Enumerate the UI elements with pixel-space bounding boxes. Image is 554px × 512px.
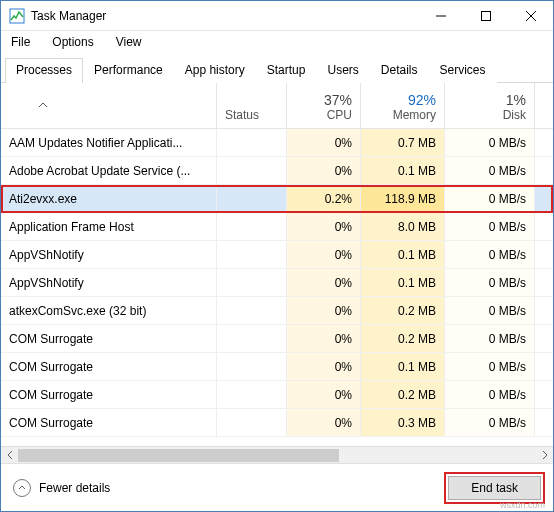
process-status [217, 409, 287, 436]
header-memory-pct: 92% [408, 92, 436, 108]
header-cpu-label: CPU [327, 108, 352, 122]
process-cpu: 0% [287, 157, 361, 184]
tab-startup[interactable]: Startup [256, 58, 317, 83]
process-cpu: 0% [287, 269, 361, 296]
header-disk-pct: 1% [506, 92, 526, 108]
process-status [217, 213, 287, 240]
scroll-thumb[interactable] [18, 449, 339, 462]
process-row[interactable]: Ati2evxx.exe0.2%118.9 MB0 MB/s [1, 185, 553, 213]
minimize-button[interactable] [418, 1, 463, 30]
header-disk[interactable]: 1% Disk [445, 83, 535, 128]
chevron-up-circle-icon [13, 479, 31, 497]
process-memory: 0.1 MB [361, 241, 445, 268]
tab-strip: ProcessesPerformanceApp historyStartupUs… [1, 53, 553, 83]
process-cpu: 0% [287, 353, 361, 380]
process-disk: 0 MB/s [445, 269, 535, 296]
end-task-button[interactable]: End task [448, 476, 541, 500]
process-cpu: 0% [287, 325, 361, 352]
close-button[interactable] [508, 1, 553, 30]
process-row[interactable]: COM Surrogate0%0.3 MB0 MB/s [1, 409, 553, 437]
maximize-button[interactable] [463, 1, 508, 30]
process-disk: 0 MB/s [445, 409, 535, 436]
tab-processes[interactable]: Processes [5, 58, 83, 83]
process-row[interactable]: atkexComSvc.exe (32 bit)0%0.2 MB0 MB/s [1, 297, 553, 325]
footer: Fewer details End task [1, 463, 553, 511]
scroll-left-button[interactable] [1, 447, 18, 464]
tab-performance[interactable]: Performance [83, 58, 174, 83]
tab-details[interactable]: Details [370, 58, 429, 83]
process-disk: 0 MB/s [445, 185, 535, 212]
process-status [217, 353, 287, 380]
process-row[interactable]: COM Surrogate0%0.1 MB0 MB/s [1, 353, 553, 381]
tab-services[interactable]: Services [429, 58, 497, 83]
process-cpu: 0% [287, 297, 361, 324]
process-name: AppVShNotify [1, 241, 217, 268]
process-status [217, 185, 287, 212]
process-disk: 0 MB/s [445, 353, 535, 380]
svg-rect-2 [481, 11, 490, 20]
process-memory: 8.0 MB [361, 213, 445, 240]
process-name: COM Surrogate [1, 409, 217, 436]
header-status[interactable]: Status [217, 83, 287, 128]
scroll-right-button[interactable] [536, 447, 553, 464]
process-name: COM Surrogate [1, 381, 217, 408]
process-status [217, 381, 287, 408]
process-status [217, 269, 287, 296]
titlebar: Task Manager [1, 1, 553, 31]
header-memory-label: Memory [393, 108, 436, 122]
menu-view[interactable]: View [112, 33, 146, 51]
process-name: AppVShNotify [1, 269, 217, 296]
process-cpu: 0% [287, 409, 361, 436]
watermark: wsxdn.com [500, 500, 545, 510]
process-cpu: 0.2% [287, 185, 361, 212]
process-name: COM Surrogate [1, 325, 217, 352]
process-row[interactable]: Adobe Acrobat Update Service (...0%0.1 M… [1, 157, 553, 185]
process-row[interactable]: COM Surrogate0%0.2 MB0 MB/s [1, 325, 553, 353]
header-memory[interactable]: 92% Memory [361, 83, 445, 128]
process-row[interactable]: COM Surrogate0%0.2 MB0 MB/s [1, 381, 553, 409]
process-status [217, 129, 287, 156]
process-name: Adobe Acrobat Update Service (... [1, 157, 217, 184]
fewer-details-toggle[interactable]: Fewer details [13, 479, 110, 497]
header-cpu[interactable]: 37% CPU [287, 83, 361, 128]
process-status [217, 325, 287, 352]
tab-app-history[interactable]: App history [174, 58, 256, 83]
process-cpu: 0% [287, 213, 361, 240]
header-status-label: Status [225, 108, 259, 122]
process-memory: 0.3 MB [361, 409, 445, 436]
process-name: AAM Updates Notifier Applicati... [1, 129, 217, 156]
scroll-track[interactable] [18, 447, 536, 464]
process-name: Application Frame Host [1, 213, 217, 240]
process-list[interactable]: AAM Updates Notifier Applicati...0%0.7 M… [1, 129, 553, 446]
process-disk: 0 MB/s [445, 129, 535, 156]
app-icon [9, 8, 25, 24]
process-row[interactable]: AAM Updates Notifier Applicati...0%0.7 M… [1, 129, 553, 157]
process-disk: 0 MB/s [445, 241, 535, 268]
horizontal-scrollbar[interactable] [1, 446, 553, 463]
window-title: Task Manager [31, 9, 106, 23]
process-status [217, 297, 287, 324]
process-status [217, 157, 287, 184]
process-cpu: 0% [287, 381, 361, 408]
sort-caret-icon [39, 100, 47, 110]
process-memory: 118.9 MB [361, 185, 445, 212]
header-cpu-pct: 37% [324, 92, 352, 108]
process-status [217, 241, 287, 268]
process-memory: 0.2 MB [361, 381, 445, 408]
process-disk: 0 MB/s [445, 381, 535, 408]
process-row[interactable]: AppVShNotify0%0.1 MB0 MB/s [1, 269, 553, 297]
process-name: COM Surrogate [1, 353, 217, 380]
process-memory: 0.2 MB [361, 325, 445, 352]
menubar: File Options View [1, 31, 553, 53]
process-disk: 0 MB/s [445, 325, 535, 352]
header-name[interactable] [1, 83, 217, 128]
menu-options[interactable]: Options [48, 33, 97, 51]
process-row[interactable]: Application Frame Host0%8.0 MB0 MB/s [1, 213, 553, 241]
process-name: Ati2evxx.exe [1, 185, 217, 212]
task-manager-window: Task Manager File Options View Processes… [0, 0, 554, 512]
process-memory: 0.1 MB [361, 157, 445, 184]
column-headers: Status 37% CPU 92% Memory 1% Disk [1, 83, 553, 129]
process-row[interactable]: AppVShNotify0%0.1 MB0 MB/s [1, 241, 553, 269]
menu-file[interactable]: File [7, 33, 34, 51]
tab-users[interactable]: Users [316, 58, 369, 83]
